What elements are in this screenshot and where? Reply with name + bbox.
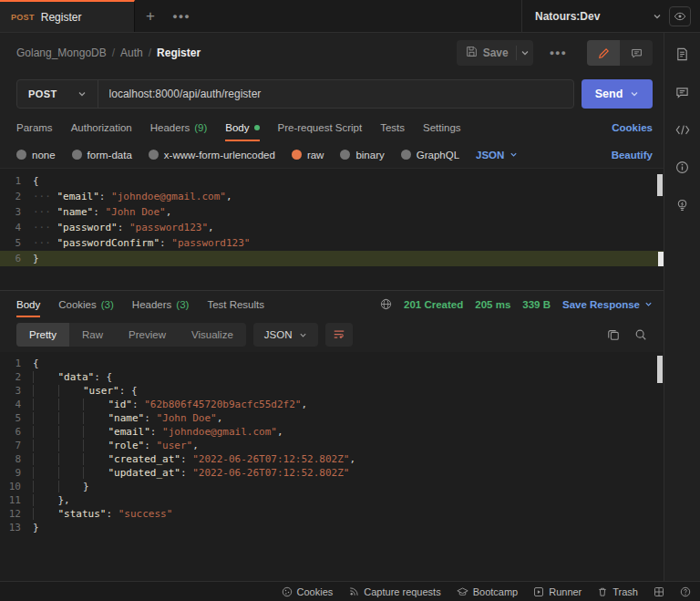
raw-language-selector[interactable]: JSON [476, 150, 518, 161]
response-tab-cookies[interactable]: Cookies(3) [58, 291, 114, 317]
info-icon[interactable] [675, 161, 689, 174]
comments-icon[interactable] [675, 86, 689, 99]
mode-form-data[interactable]: form-data [72, 150, 132, 161]
line-number: 8 [0, 452, 33, 466]
send-options-chevron-icon[interactable] [630, 89, 639, 98]
code-line-4[interactable]: 4··· "password": "password123", [0, 220, 664, 235]
response-size[interactable]: 339 B [522, 299, 551, 310]
code-snippet-icon[interactable] [675, 124, 690, 136]
status-badge[interactable]: 201 Created [404, 299, 463, 310]
lightbulb-icon[interactable] [675, 199, 689, 212]
footer-runner-button[interactable]: Runner [533, 586, 582, 597]
view-visualize[interactable]: Visualize [179, 323, 246, 347]
tab-tests[interactable]: Tests [380, 114, 405, 141]
code-line-12[interactable]: 12 "status": "success" [0, 507, 664, 521]
code-line-1[interactable]: 1{ [0, 173, 664, 189]
request-tab[interactable]: POST Register [0, 0, 135, 32]
tab-settings[interactable]: Settings [423, 114, 461, 141]
footer-capture-requests-button[interactable]: Capture requests [348, 586, 440, 597]
breadcrumb-folder[interactable]: Auth [120, 47, 143, 59]
environment-selector[interactable]: Natours:Dev [535, 10, 645, 23]
code-line-11[interactable]: 11 }, [0, 493, 664, 507]
tab-title: Register [41, 11, 82, 24]
footer-trash-button[interactable]: Trash [597, 586, 638, 597]
code-line-1[interactable]: 1{ [0, 357, 664, 370]
wrap-text-button[interactable] [325, 323, 353, 347]
send-button[interactable]: Send [582, 79, 653, 109]
tab-body[interactable]: Body [225, 114, 259, 141]
code-line-5[interactable]: 5··· "passwordConfirm": "password123" [0, 235, 664, 251]
line-number: 4 [0, 398, 33, 411]
editor-scrollbar-thumb[interactable] [657, 356, 663, 383]
footer-status-bar: Cookies Capture requests Bootcamp Runner… [0, 581, 700, 601]
save-button[interactable]: Save [457, 40, 533, 66]
save-response-button[interactable]: Save Response [562, 299, 653, 310]
chevron-down-icon[interactable] [653, 12, 662, 21]
tab-headers[interactable]: Headers(9) [150, 114, 208, 141]
code-line-8[interactable]: 8 "created_at": "2022-06-26T07:12:52.802… [0, 452, 664, 466]
view-pretty[interactable]: Pretty [16, 323, 69, 347]
code-line-3[interactable]: 3··· "name": "John Doe", [0, 204, 664, 220]
footer-bootcamp-button[interactable]: Bootcamp [457, 586, 519, 597]
documentation-icon[interactable] [675, 47, 689, 61]
code-line-13[interactable]: 13} [0, 521, 664, 534]
tab-params[interactable]: Params [16, 114, 53, 141]
view-preview[interactable]: Preview [116, 323, 179, 347]
footer-cookies-button[interactable]: Cookies [282, 586, 334, 597]
breadcrumb-collection[interactable]: Golang_MongoDB [16, 47, 107, 59]
url-input[interactable] [98, 80, 573, 108]
mode-none[interactable]: none [16, 150, 56, 161]
postman-app: POST Register + ●●● Natours:Dev Golang_M… [0, 0, 700, 601]
search-response-icon[interactable] [634, 328, 647, 341]
network-globe-icon[interactable] [380, 298, 392, 310]
cookies-link[interactable]: Cookies [612, 122, 653, 133]
request-more-actions-icon[interactable]: ●●● [540, 48, 576, 57]
code-line-5[interactable]: 5 "name": "John Doe", [0, 411, 664, 425]
response-time[interactable]: 205 ms [475, 299, 510, 310]
capture-requests-icon [348, 586, 359, 597]
save-options-chevron-icon[interactable] [520, 48, 530, 57]
line-number: 9 [0, 466, 33, 480]
code-line-6[interactable]: 6} [0, 251, 664, 266]
response-tab-headers[interactable]: Headers(3) [132, 291, 190, 317]
split-panes-icon[interactable] [654, 586, 664, 597]
tab-authorization[interactable]: Authorization [71, 114, 132, 141]
code-line-2[interactable]: 2··· "email": "johndoe@gmail.com", [0, 189, 664, 204]
method-selector[interactable]: POST [17, 80, 98, 108]
eye-icon [674, 10, 686, 23]
code-line-2[interactable]: 2 "data": { [0, 370, 664, 384]
response-tab-test-results[interactable]: Test Results [207, 291, 264, 317]
new-tab-button[interactable]: + [135, 0, 166, 32]
tab-bar: POST Register + ●●● Natours:Dev [0, 0, 700, 33]
help-icon[interactable] [680, 586, 691, 597]
beautify-link[interactable]: Beautify [612, 150, 653, 161]
editor-scrollbar-thumb[interactable] [657, 174, 663, 196]
mode-binary[interactable]: binary [340, 150, 384, 161]
line-number: 3 [0, 384, 33, 398]
code-line-3[interactable]: 3 "user": { [0, 384, 664, 398]
request-body-editor[interactable]: 1{2··· "email": "johndoe@gmail.com",3···… [0, 169, 664, 290]
code-line-4[interactable]: 4 "id": "62b806f45720b9acfc55d2f2", [0, 398, 664, 411]
code-line-6[interactable]: 6 "email": "johndoe@gmail.com", [0, 425, 664, 439]
comment-mode-button[interactable] [620, 40, 653, 66]
chevron-down-icon [77, 89, 87, 98]
body-mode-row: none form-data x-www-form-urlencoded raw… [0, 141, 664, 169]
code-line-10[interactable]: 10 } [0, 480, 664, 493]
response-body-editor[interactable]: 1{2 "data": {3 "user": {4 "id": "62b806f… [0, 352, 664, 581]
response-tab-body[interactable]: Body [16, 291, 40, 317]
radio-icon [16, 150, 26, 160]
code-line-9[interactable]: 9 "updated_at": "2022-06-26T07:12:52.802… [0, 466, 664, 480]
code-line-7[interactable]: 7 "role": "user", [0, 439, 664, 452]
tab-pre-request-script[interactable]: Pre-request Script [278, 114, 363, 141]
response-tools [607, 328, 653, 341]
copy-response-icon[interactable] [607, 328, 620, 341]
edit-mode-button[interactable] [587, 40, 620, 66]
view-raw[interactable]: Raw [69, 323, 116, 347]
mode-x-www-form-urlencoded[interactable]: x-www-form-urlencoded [149, 150, 275, 161]
response-language-selector[interactable]: JSON [253, 323, 319, 347]
environment-quick-look-button[interactable] [669, 6, 691, 26]
mode-raw[interactable]: raw [292, 150, 324, 161]
environment-area: Natours:Dev [521, 0, 700, 32]
tab-more-options-icon[interactable]: ●●● [166, 0, 197, 32]
mode-graphql[interactable]: GraphQL [401, 150, 459, 161]
